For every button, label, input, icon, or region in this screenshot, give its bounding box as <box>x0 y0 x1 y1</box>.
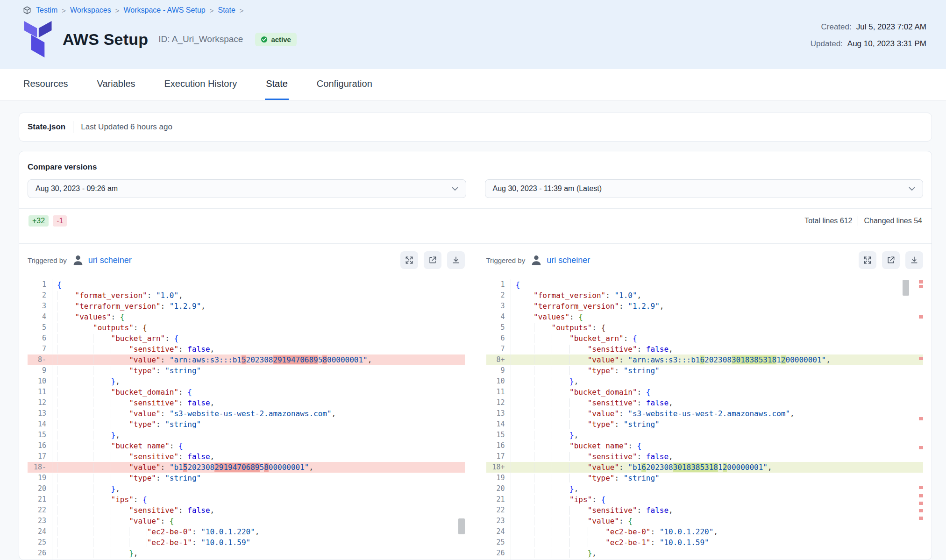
download-button[interactable] <box>447 251 465 269</box>
line-number: 11 <box>486 387 511 397</box>
line-number: 26 <box>28 548 52 559</box>
version-select-left[interactable]: Aug 30, 2023 - 09:26 am <box>28 179 466 198</box>
code-line: 5 "outputs": { <box>28 322 465 333</box>
open-in-new-tab-button[interactable] <box>424 251 441 269</box>
line-number: 26 <box>486 548 511 559</box>
ruler-removed-mark <box>919 280 923 284</box>
line-number: 2 <box>28 290 52 301</box>
code-line: 4 "values": { <box>486 312 924 322</box>
code-line: 13 "value": "s3-website-us-west-2.amazon… <box>486 408 924 419</box>
line-number: 21 <box>28 494 52 505</box>
line-number: 8- <box>28 354 52 365</box>
line-number: 15 <box>486 430 511 440</box>
code-line: 27 "type": [ <box>28 559 465 560</box>
external-link-icon <box>428 255 437 265</box>
ruler-removed-mark <box>919 502 923 505</box>
breadcrumb-item-state[interactable]: State <box>218 6 235 14</box>
code-line: 9 "type": "string" <box>28 365 465 376</box>
code-line: 3 "terraform_version": "1.2.9", <box>486 301 924 312</box>
scrollbar-thumb[interactable] <box>903 280 909 296</box>
fullscreen-button[interactable] <box>400 251 418 269</box>
code-line: 7 "sensitive": false, <box>486 344 924 354</box>
tab-variables[interactable]: Variables <box>96 69 136 100</box>
tab-execution-history[interactable]: Execution History <box>164 69 238 100</box>
code-line: 4 "values": { <box>28 312 465 322</box>
download-icon <box>910 255 919 265</box>
removed-lines-badge: -1 <box>53 215 67 227</box>
code-line: 12 "sensitive": false, <box>28 397 465 408</box>
code-line: 18- "value": "b1520230829194706895800000… <box>28 462 465 473</box>
line-number: 16 <box>486 440 511 451</box>
total-lines-label: Total lines 612 <box>804 217 852 225</box>
ruler-removed-mark <box>919 446 923 449</box>
code-line: 20 }, <box>486 483 924 494</box>
line-number: 7 <box>28 344 52 354</box>
line-number: 4 <box>486 312 511 322</box>
line-number: 5 <box>28 322 52 333</box>
breadcrumb-item-workspaces[interactable]: Workspaces <box>70 6 111 14</box>
line-number: 2 <box>486 290 511 301</box>
compare-versions-heading: Compare versions <box>28 163 923 172</box>
code-line: 23 "value": { <box>486 516 924 526</box>
code-line: 13 "value": "s3-website-us-west-2.amazon… <box>28 408 465 419</box>
avatar-person-icon <box>530 254 543 267</box>
changed-lines-label: Changed lines 54 <box>864 217 922 225</box>
line-number: 20 <box>28 483 52 494</box>
ruler-removed-mark <box>919 509 923 512</box>
ruler-removed-mark <box>919 285 923 288</box>
triggered-by-user-link[interactable]: uri scheiner <box>88 255 132 265</box>
page-title: AWS Setup <box>63 30 148 49</box>
created-label: Created: <box>821 22 852 32</box>
created-value: Jul 5, 2023 7:02 AM <box>856 22 926 32</box>
line-number: 22 <box>486 505 511 516</box>
diff-overview-ruler[interactable] <box>919 279 923 560</box>
code-line: 21 "ips": { <box>28 494 465 505</box>
line-number: 25 <box>28 537 52 548</box>
state-file-name: State.json <box>28 122 65 132</box>
code-line: 24 "ec2-be-0": "10.0.1.220", <box>28 526 465 537</box>
ruler-removed-mark <box>919 315 923 319</box>
line-number: 14 <box>28 419 52 430</box>
breadcrumb-item-testim[interactable]: Testim <box>36 6 57 14</box>
line-number: 8+ <box>486 354 511 365</box>
status-badge-label: active <box>271 35 291 43</box>
fullscreen-button[interactable] <box>859 251 876 269</box>
line-number: 6 <box>486 333 511 344</box>
line-number: 3 <box>486 301 511 312</box>
code-line: 18+ "value": "b1620230830183853181200000… <box>486 462 924 473</box>
tab-state[interactable]: State <box>265 69 289 100</box>
check-circle-icon <box>261 36 268 43</box>
line-number: 17 <box>486 451 511 462</box>
line-number: 4 <box>28 312 52 322</box>
code-line: 24 "ec2-be-0": "10.0.1.220", <box>486 526 924 537</box>
tab-resources[interactable]: Resources <box>22 69 69 100</box>
code-editor-left[interactable]: 1{2 "format_version": "1.0",3 "terraform… <box>28 279 465 560</box>
workspace-meta: Created: Jul 5, 2023 7:02 AM Updated: Au… <box>811 22 926 56</box>
scrollbar-thumb[interactable] <box>458 518 465 534</box>
download-button[interactable] <box>905 251 923 269</box>
triggered-by-user-link[interactable]: uri scheiner <box>547 255 590 265</box>
code-editor-right[interactable]: 1{2 "format_version": "1.0",3 "terraform… <box>486 279 924 560</box>
version-select-right[interactable]: Aug 30, 2023 - 11:39 am (Latest) <box>485 179 924 198</box>
added-lines-badge: +32 <box>28 215 49 227</box>
code-line: 20 }, <box>28 483 465 494</box>
diff-panel-right: Triggered by uri scheiner <box>486 244 924 560</box>
code-line: 23 "value": { <box>28 516 465 526</box>
line-number: 24 <box>28 526 52 537</box>
tab-configuration[interactable]: Configuration <box>316 69 373 100</box>
code-line: 15 }, <box>486 430 924 440</box>
line-number: 23 <box>28 516 52 526</box>
breadcrumb-item-workspace-aws-setup[interactable]: Workspace - AWS Setup <box>124 6 206 14</box>
line-number: 18+ <box>486 462 511 473</box>
status-badge: active <box>255 33 297 46</box>
line-number: 9 <box>28 365 52 376</box>
code-line: 16 "bucket_name": { <box>486 440 924 451</box>
line-number: 12 <box>28 397 52 408</box>
breadcrumb-separator: > <box>210 7 214 14</box>
open-in-new-tab-button[interactable] <box>882 251 900 269</box>
line-number: 9 <box>486 365 511 376</box>
workspace-id: ID: A_Uri_Workspace <box>158 34 243 44</box>
chevron-down-icon <box>452 187 458 191</box>
line-number: 22 <box>28 505 52 516</box>
terraform-logo-icon <box>22 21 53 58</box>
